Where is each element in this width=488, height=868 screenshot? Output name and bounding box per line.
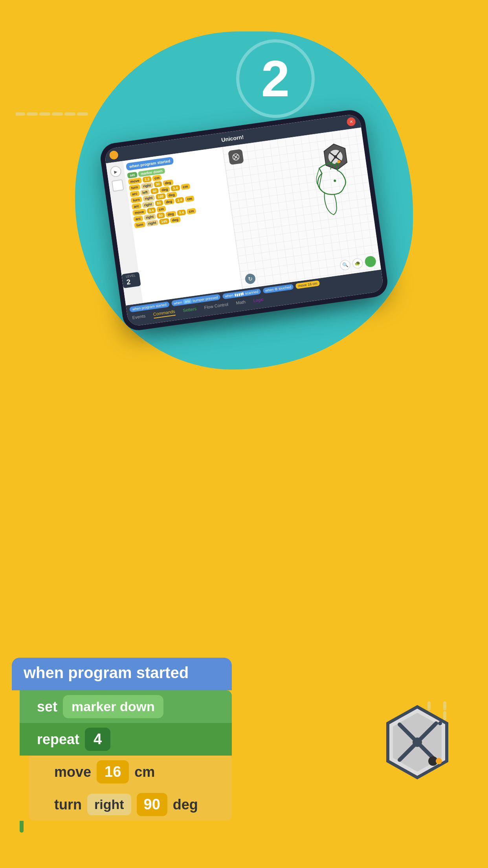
turn-block-3: turn	[134, 221, 145, 228]
cm-unit-3: cm	[156, 206, 166, 212]
block-tail	[20, 821, 24, 833]
right-block-5: right	[146, 220, 158, 227]
deg-block-2: deg	[166, 191, 177, 198]
cm-block: cm	[152, 175, 162, 181]
tab-math[interactable]: Math	[235, 298, 246, 307]
level-badge: LEVEL 2	[123, 272, 141, 288]
big-turn-dir: right	[87, 794, 131, 815]
big-turn-row: turn right 90 deg	[29, 788, 232, 821]
search-canvas-btn[interactable]: 🔍	[339, 259, 351, 271]
big-marker-down-label: marker down	[72, 699, 155, 714]
svg-point-20	[434, 721, 438, 725]
arc-block: arc	[130, 191, 139, 197]
deg-unit-3: deg	[165, 211, 176, 217]
set-block: set	[127, 172, 138, 178]
tab-setters[interactable]: Setters	[182, 305, 197, 314]
deg60-2: 60	[155, 200, 163, 206]
left-block: left	[140, 189, 150, 196]
right-block: right	[141, 182, 153, 189]
deg-unit: deg	[159, 186, 170, 193]
big-set-row: set marker down	[20, 690, 232, 723]
svg-line-3	[234, 155, 238, 159]
deg-block-1: deg	[163, 179, 174, 186]
big-when-label: when program started	[24, 664, 189, 681]
ozobot-hex-icon	[378, 703, 457, 782]
cm-unit-4: cm	[187, 208, 196, 215]
big-turn-deg: 90	[137, 793, 167, 816]
big-turn-unit: deg	[173, 796, 198, 813]
arc-block-2: arc	[132, 203, 141, 210]
deg180-block: 180	[155, 193, 166, 200]
phone-body: Unicorn! ✕ ▶ when program started	[99, 108, 389, 332]
deg-block-3: deg	[170, 217, 181, 223]
turtle-btn[interactable]: 🐢	[352, 257, 363, 269]
big-move-unit: cm	[134, 764, 155, 780]
svg-point-10	[334, 179, 336, 182]
canvas-panel: 🔍 🐢 ↻	[223, 127, 381, 289]
deg34-2: 3.4	[175, 197, 184, 204]
big-blocks-section: when program started set marker down rep…	[12, 658, 232, 833]
phone-screen: Unicorn! ✕ ▶ when program started	[104, 114, 384, 327]
move-9-4: 9.4	[147, 207, 156, 214]
dashes-decoration-top	[16, 102, 94, 126]
phone-mockup: Unicorn! ✕ ▶ when program started	[99, 108, 389, 332]
green-dot-btn[interactable]	[364, 255, 377, 268]
deg50-block: 50	[156, 212, 165, 219]
deg60-block: 60	[150, 188, 159, 195]
robot-icon[interactable]	[228, 149, 244, 165]
play-button[interactable]: ▶	[110, 165, 122, 178]
deg90-block: 90	[154, 181, 162, 188]
unicorn-drawing	[294, 152, 365, 223]
big-set-label: set	[37, 699, 57, 715]
big-turn-dir-val: right	[94, 797, 124, 812]
big-repeat-num: 4	[85, 728, 110, 751]
svg-point-21	[438, 721, 442, 725]
move-val1: 2.3	[142, 176, 152, 183]
code-panel: ▶ when program started set marker down m…	[106, 147, 242, 305]
stop-button[interactable]	[112, 179, 124, 192]
big-move-row: move 16 cm	[29, 756, 232, 788]
big-when-block: when program started	[12, 658, 232, 690]
big-move-label: move	[54, 764, 91, 780]
svg-point-17	[413, 737, 422, 747]
svg-point-19	[436, 758, 442, 764]
code-blocks-area: when program started set marker down mov…	[123, 147, 242, 303]
big-move-num-val: 16	[105, 763, 121, 780]
phone-close-button[interactable]: ✕	[346, 117, 356, 127]
deg-unit-2: deg	[163, 198, 174, 205]
big-marker-down-pill: marker down	[63, 695, 163, 718]
deg34-1: 3.4	[171, 185, 180, 191]
cm-unit: cm	[180, 183, 190, 190]
big-turn-label: turn	[54, 796, 82, 813]
big-turn-deg-val: 90	[144, 796, 160, 813]
turn-block-1: turn	[129, 184, 140, 191]
phone-orange-button[interactable]	[109, 150, 119, 160]
cm-unit-2: cm	[185, 195, 194, 202]
tab-events[interactable]: Events	[132, 312, 146, 321]
level-number: 2	[126, 277, 137, 287]
deg34-3: 3.4	[176, 209, 186, 216]
big-move-num: 16	[97, 760, 129, 783]
tab-logic[interactable]: Logic	[253, 296, 264, 304]
right-block-2: right	[143, 195, 155, 202]
big-repeat-num-val: 4	[94, 731, 102, 747]
phone-title: Unicorn!	[221, 134, 244, 143]
big-repeat-row: repeat 4	[20, 723, 232, 756]
turn-block-2: turn	[130, 197, 142, 204]
robot-svg	[231, 153, 240, 162]
step-circle: 2	[236, 39, 315, 118]
deg145-block: 145	[159, 218, 169, 225]
right-block-4: right	[143, 213, 156, 221]
right-block-3: right	[142, 201, 154, 208]
big-repeat-label: repeat	[37, 731, 79, 748]
step-number: 2	[261, 53, 290, 104]
arc-block-3: arc	[133, 215, 143, 222]
